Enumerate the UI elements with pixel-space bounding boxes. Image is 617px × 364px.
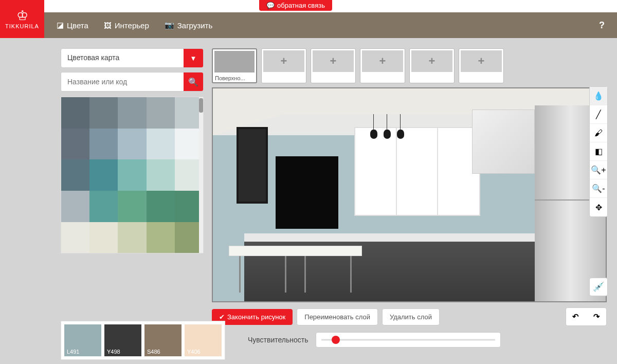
plus-icon: + [461, 50, 502, 72]
slider-thumb[interactable] [332, 336, 340, 344]
droplet-icon: 💧 [593, 91, 604, 101]
rename-layer-button[interactable]: Переименовать слой [297, 308, 378, 325]
color-swatch[interactable] [89, 129, 118, 160]
paint-canvas[interactable] [212, 87, 607, 302]
color-swatch[interactable] [147, 222, 175, 253]
selected-swatch[interactable]: Y406 [185, 324, 222, 356]
palette-scrollbar[interactable] [199, 97, 203, 253]
nav-interior[interactable]: 🖼 Интерьер [104, 21, 149, 30]
color-swatch[interactable] [147, 97, 175, 129]
eyedropper-tool[interactable]: 💉 [589, 278, 608, 296]
zoom-out-tool[interactable]: 🔍- [590, 179, 607, 198]
color-swatch[interactable] [118, 129, 146, 160]
swatch-code: Y498 [107, 349, 120, 355]
search-button[interactable]: 🔍 [184, 72, 203, 91]
image-icon: 🖼 [104, 21, 112, 30]
undo-button[interactable]: ↶ [566, 308, 585, 325]
zoom-in-tool[interactable]: 🔍+ [590, 161, 607, 179]
nav-upload[interactable]: 📷 Загрузить [165, 21, 213, 30]
eraser-icon: ◧ [595, 147, 603, 156]
camera-icon: 📷 [165, 21, 174, 30]
dropdown-label: Цветовая карта [61, 49, 184, 67]
zoom-in-icon: 🔍+ [591, 165, 606, 175]
move-tool[interactable]: ✥ [590, 198, 607, 216]
swatch-code: S486 [147, 349, 160, 355]
color-swatch[interactable] [61, 222, 89, 253]
nav-colors[interactable]: ◪ Цвета [57, 21, 88, 30]
search-icon: 🔍 [188, 77, 198, 87]
plus-icon: + [313, 50, 354, 72]
color-swatch[interactable] [89, 159, 118, 191]
color-swatch[interactable] [118, 97, 146, 129]
brand-logo[interactable]: ♔ TIKKURILA [0, 0, 44, 38]
eraser-tool[interactable]: ◧ [590, 142, 607, 161]
color-swatch[interactable] [89, 222, 118, 253]
color-swatch[interactable] [118, 159, 146, 191]
eyedropper-icon: 💉 [593, 281, 604, 293]
swatch-code: Y406 [187, 349, 201, 355]
surface-tab-add-3[interactable]: + [360, 48, 405, 83]
surface-tab-add-1[interactable]: + [261, 48, 306, 83]
zoom-out-icon: 🔍- [592, 184, 605, 193]
fill-tool[interactable]: 💧 [590, 87, 607, 105]
move-icon: ✥ [595, 203, 602, 212]
surface-label: Поверхно... [213, 74, 256, 82]
brand-text: TIKKURILA [5, 23, 39, 29]
redo-button[interactable]: ↷ [587, 308, 606, 325]
surface-tab-1[interactable]: Поверхно... [212, 48, 257, 83]
tool-palette: 💧 ╱ 🖌 ◧ 🔍+ 🔍- ✥ [589, 86, 608, 217]
search-input[interactable] [61, 72, 184, 91]
selected-swatch[interactable]: S486 [144, 324, 182, 356]
color-swatch[interactable] [147, 191, 175, 222]
palette-icon: ◪ [57, 21, 64, 30]
scrollbar-thumb[interactable] [199, 98, 203, 113]
help-button[interactable]: ? [599, 20, 605, 31]
color-swatch[interactable] [118, 191, 146, 222]
feedback-label: обратная связь [277, 2, 325, 9]
surface-tab-add-2[interactable]: + [311, 48, 356, 83]
color-swatch[interactable] [147, 129, 175, 160]
brush-icon: 🖌 [594, 129, 603, 138]
line-tool[interactable]: ╱ [590, 105, 607, 124]
color-swatch[interactable] [61, 191, 89, 222]
chevron-down-icon[interactable]: ▼ [184, 49, 203, 67]
surface-thumb [214, 51, 255, 72]
plus-icon: + [411, 50, 452, 72]
color-swatch[interactable] [61, 97, 89, 129]
room-render [213, 88, 606, 301]
color-swatch[interactable] [89, 97, 118, 129]
crown-icon: ♔ [16, 9, 28, 22]
color-swatch[interactable] [61, 129, 89, 160]
selected-swatch[interactable]: Y498 [104, 324, 141, 356]
color-swatch[interactable] [147, 159, 175, 191]
comment-icon: 💬 [266, 2, 275, 9]
surface-tab-add-5[interactable]: + [459, 48, 504, 83]
check-icon: ✔ [219, 313, 225, 321]
line-icon: ╱ [596, 110, 601, 119]
selected-swatch[interactable]: L491 [64, 324, 101, 356]
surface-tab-add-4[interactable]: + [409, 48, 455, 83]
sensitivity-slider[interactable] [316, 332, 501, 348]
brush-tool[interactable]: 🖌 [590, 124, 607, 142]
color-swatch[interactable] [61, 159, 89, 191]
color-swatch[interactable] [89, 191, 118, 222]
selected-colors-bar: L491Y498S486Y406 [61, 321, 225, 360]
color-palette [61, 97, 204, 253]
sensitivity-label: Чувствительность [248, 336, 308, 344]
color-map-dropdown[interactable]: Цветовая карта ▼ [61, 48, 204, 68]
delete-layer-button[interactable]: Удалить слой [382, 308, 440, 325]
feedback-button[interactable]: 💬 обратная связь [259, 0, 332, 11]
swatch-code: L491 [67, 349, 79, 355]
plus-icon: + [362, 50, 403, 72]
color-swatch[interactable] [118, 222, 146, 253]
plus-icon: + [263, 50, 304, 72]
